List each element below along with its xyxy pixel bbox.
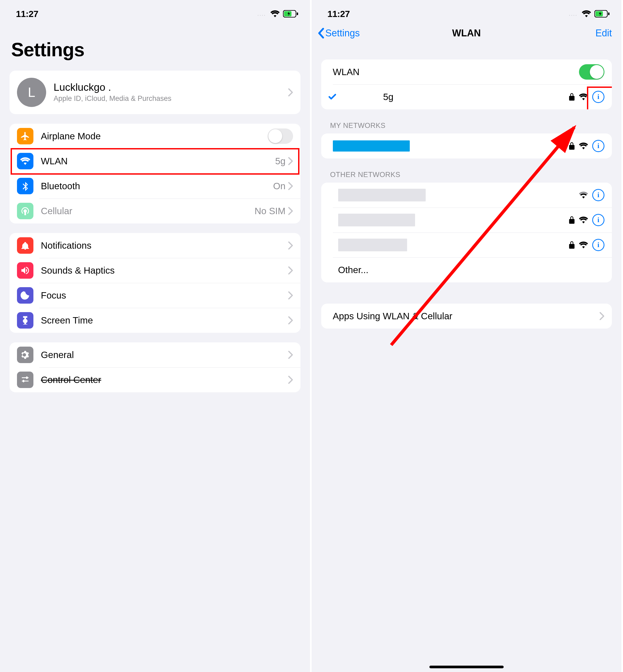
cellular-dots-icon: .... (257, 10, 266, 17)
lock-icon (569, 93, 575, 101)
focus-label: Focus (41, 290, 288, 301)
my-networks-group: i (321, 134, 612, 159)
airplane-toggle[interactable] (268, 129, 293, 144)
lock-icon (569, 142, 575, 150)
screen-time-row[interactable]: Screen Time (9, 308, 300, 333)
bluetooth-icon (17, 178, 33, 194)
apple-id-row[interactable]: L Luckluckgo . Apple ID, iCloud, Media &… (9, 71, 300, 114)
other-label: Other... (338, 264, 605, 275)
info-button[interactable]: i (592, 140, 604, 152)
home-indicator[interactable] (429, 666, 504, 668)
wlan-detail: 5g (275, 156, 286, 166)
cellular-row[interactable]: Cellular No SIM (9, 198, 300, 223)
other-manual-row[interactable]: Other... (321, 257, 612, 282)
status-icons: .... (569, 10, 610, 18)
connected-network-name: 5g (340, 91, 569, 102)
lock-icon (569, 216, 575, 224)
bluetooth-detail: On (273, 181, 286, 191)
other-network-row[interactable]: i (321, 183, 612, 207)
screen-time-label: Screen Time (41, 315, 288, 326)
battery-charging-icon (594, 10, 610, 18)
notifications-label: Notifications (41, 240, 288, 251)
cellular-detail: No SIM (255, 206, 286, 216)
wifi-icon (270, 10, 280, 17)
general-row[interactable]: General (9, 342, 300, 367)
wlan-toggle-group: WLAN 5g i (321, 59, 612, 109)
chevron-left-icon (318, 28, 324, 38)
info-button[interactable]: i (592, 189, 604, 201)
other-network-name (338, 239, 569, 251)
control-center-icon (17, 371, 33, 388)
sounds-label: Sounds & Haptics (41, 265, 288, 276)
focus-row[interactable]: Focus (9, 283, 300, 308)
wlan-row[interactable]: WLAN 5g (9, 149, 300, 174)
my-network-row[interactable]: i (321, 134, 612, 159)
chevron-right-icon (288, 316, 293, 324)
back-button[interactable]: Settings (318, 28, 360, 39)
apps-using-wlan-group: Apps Using WLAN & Cellular (321, 304, 612, 329)
status-time: 11:27 (328, 9, 350, 19)
wlan-toggle-row[interactable]: WLAN (321, 59, 612, 84)
wlan-label: WLAN (41, 156, 275, 166)
avatar: L (17, 78, 46, 107)
sounds-icon (17, 262, 33, 279)
general-label: General (41, 349, 288, 360)
focus-icon (17, 287, 33, 304)
wifi-signal-icon (579, 93, 588, 100)
chevron-right-icon (288, 291, 293, 299)
apps-using-wlan-row[interactable]: Apps Using WLAN & Cellular (321, 304, 612, 329)
my-networks-header: MY NETWORKS (312, 109, 622, 134)
chevron-right-icon (288, 157, 293, 165)
chevron-right-icon (288, 182, 293, 190)
status-bar: 11:27 .... (0, 0, 310, 23)
other-networks-group: i i i Other... (321, 183, 612, 282)
other-networks-header: OTHER NETWORKS (312, 159, 622, 183)
chevron-right-icon (600, 312, 604, 320)
control-center-row[interactable]: Control Center (9, 367, 300, 392)
chevron-right-icon (288, 351, 293, 359)
control-center-label: Control Center (41, 374, 288, 385)
info-button[interactable]: i (592, 91, 604, 103)
chevron-right-icon (288, 88, 293, 96)
cellular-icon (17, 203, 33, 219)
edit-button[interactable]: Edit (595, 28, 612, 39)
airplane-mode-row[interactable]: Airplane Mode (9, 124, 300, 149)
cellular-dots-icon: .... (569, 10, 577, 17)
info-button[interactable]: i (592, 214, 604, 226)
other-network-row[interactable]: i (321, 207, 612, 232)
chevron-right-icon (288, 242, 293, 250)
page-title: Settings (0, 23, 310, 68)
connectivity-group: Airplane Mode WLAN 5g Bluetooth On Cellu… (9, 124, 300, 223)
airplane-label: Airplane Mode (41, 131, 268, 141)
apple-id-group: L Luckluckgo . Apple ID, iCloud, Media &… (9, 71, 300, 114)
wifi-signal-icon (579, 242, 588, 248)
account-sub: Apple ID, iCloud, Media & Purchases (54, 94, 288, 103)
other-network-row[interactable]: i (321, 232, 612, 257)
bluetooth-label: Bluetooth (41, 181, 273, 191)
back-label: Settings (325, 28, 360, 39)
general-group: General Control Center (9, 342, 300, 392)
wifi-signal-icon (579, 142, 588, 149)
wifi-signal-icon (579, 192, 588, 198)
notifications-row[interactable]: Notifications (9, 233, 300, 258)
battery-charging-icon (283, 10, 298, 18)
info-button[interactable]: i (592, 239, 604, 251)
bluetooth-row[interactable]: Bluetooth On (9, 174, 300, 198)
status-bar: 11:27 .... (312, 0, 622, 23)
status-icons: .... (257, 10, 298, 18)
nav-title: WLAN (452, 28, 481, 39)
settings-screen: 11:27 .... Settings L Luckluckgo . Apple… (0, 0, 312, 672)
svg-rect-2 (297, 12, 298, 15)
sounds-row[interactable]: Sounds & Haptics (9, 258, 300, 283)
notifications-icon (17, 237, 33, 254)
svg-rect-5 (608, 12, 610, 15)
wlan-toggle[interactable] (579, 64, 604, 80)
airplane-icon (17, 128, 33, 144)
nav-bar: Settings WLAN Edit (312, 23, 622, 44)
general-icon (17, 346, 33, 363)
lock-icon (569, 241, 575, 249)
chevron-right-icon (288, 267, 293, 274)
cellular-label: Cellular (41, 206, 255, 216)
apps-using-wlan-label: Apps Using WLAN & Cellular (333, 311, 600, 321)
connected-network-row[interactable]: 5g i (321, 84, 612, 109)
